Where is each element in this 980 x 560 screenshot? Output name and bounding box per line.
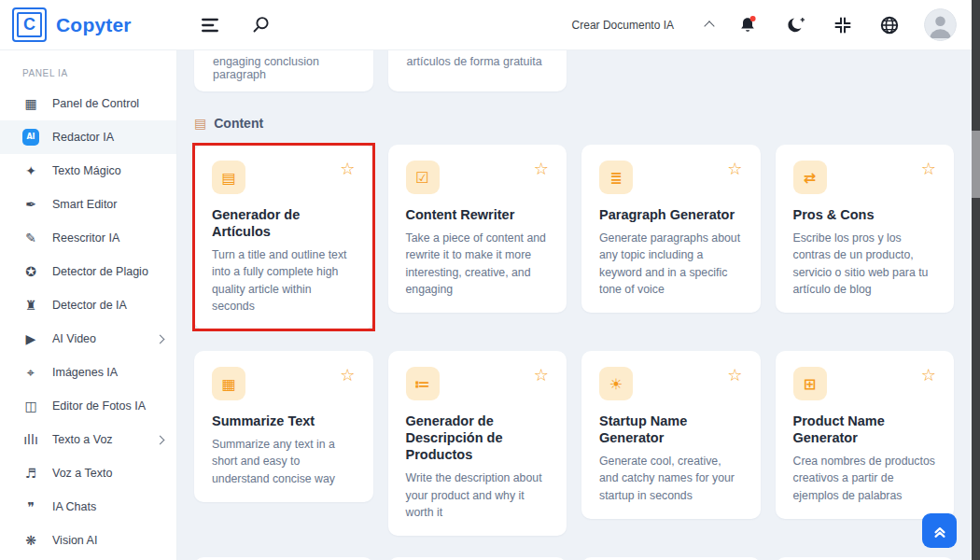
sidebar-item-label: Texto a Voz [52,433,113,446]
app-header: C Copyter Crear Documento IA [0,0,972,50]
sidebar-item-texto-m-gico[interactable]: ✦ Texto Mágico [0,154,176,188]
sidebar-item-detector-de-ia[interactable]: ♜ Detector de IA [0,288,176,322]
sidebar-item-redactor-ia[interactable]: AI Redactor IA [0,120,176,154]
create-document-dropdown[interactable]: Crear Documento IA [572,19,713,32]
ai-chip-icon: AI [22,129,39,146]
tool-card-description: Write the description about your product… [406,469,550,521]
favorite-star-icon[interactable]: ☆ [534,367,549,384]
sidebar-item-ia-chats[interactable]: ❞ IA Chats [0,490,176,524]
scroll-to-top-button[interactable] [922,513,957,548]
favorite-star-icon[interactable]: ☆ [727,161,742,177]
tool-card-product-name-generator[interactable]: ⊞ ☆ Product Name Generator Crea nombres … [776,351,955,519]
sidebar-item-label: AI Video [52,332,96,345]
favorite-star-icon[interactable]: ☆ [340,161,355,177]
tool-card-generador-de-descripci-n-de-productos[interactable]: ≔ ☆ Generador de Descripción de Producto… [388,351,567,536]
shield-check-icon: ✪ [22,263,39,280]
sidebar-item-label: Editor de Fotos IA [52,399,146,413]
document-summary-icon: ▦ [212,367,245,400]
moon-icon[interactable] [783,12,809,38]
document-icon: ▤ [212,161,245,194]
scroll-icon: ▤ [194,116,206,131]
vision-network-icon: ❋ [22,532,39,549]
create-document-label: Crear Documento IA [572,19,674,32]
sidebar-item-label: Redactor IA [52,131,114,144]
sidebar-item-ai-video[interactable]: ▶ AI Video [0,322,176,356]
sidebar-section-label: PANEL IA [0,49,176,87]
lightbulb-icon: ☀ [599,367,633,400]
main-content: engaging conclusion paragraph artículos … [177,49,972,560]
video-camera-icon: ▶ [22,330,39,347]
sidebar-item-texto-a-voz[interactable]: ıllı Texto a Voz [0,423,176,456]
sidebar-item-detector-de-plagio[interactable]: ✪ Detector de Plagio [0,255,176,288]
sidebar-item-label: IA Chats [52,500,96,513]
favorite-star-icon[interactable]: ☆ [727,367,742,384]
double-chevron-up-icon [931,523,948,539]
sidebar-item-voz-a-texto[interactable]: ♬ Voz a Texto [0,456,176,490]
logo-box: C [12,7,47,42]
sidebar-nav: ▦ Panel de Control AI Redactor IA ✦ Text… [0,87,176,557]
sidebar: PANEL IA ▦ Panel de Control AI Redactor … [0,49,177,560]
tool-card-paragraph-generator[interactable]: ≣ ☆ Paragraph Generator Generate paragra… [581,145,761,313]
bell-icon[interactable] [735,11,762,38]
vertical-scrollbar-thumb[interactable] [972,131,980,198]
sidebar-item-label: Detector de IA [52,299,127,312]
chevron-up-icon [704,21,714,31]
tool-card-title: Summarize Text [212,413,356,429]
sidebar-item-panel-de-control[interactable]: ▦ Panel de Control [0,87,176,120]
tool-card-content-rewriter[interactable]: ☑ ☆ Content Rewriter Take a piece of con… [388,145,567,313]
tool-card-title: Generador de Descripción de Productos [406,413,550,463]
brand-logo[interactable]: C Copyter [0,7,177,42]
logo-letter: C [17,12,42,37]
tool-card-partial[interactable]: engaging conclusion paragraph [194,49,373,91]
sidebar-item-label: Detector de Plagio [52,265,148,278]
sidebar-item-label: Texto Mágico [52,164,121,177]
tool-card-title: Startup Name Generator [599,413,743,446]
voice-note-icon: ♬ [22,465,39,482]
previous-cards-row: engaging conclusion paragraph artículos … [194,49,954,91]
search-icon[interactable] [248,12,273,37]
sidebar-item-editor-de-fotos-ia[interactable]: ◫ Editor de Fotos IA [0,389,176,423]
tool-card-description: Crea nombres de productos creativos a pa… [793,453,937,504]
tool-card-generador-de-art-culos[interactable]: ▤ ☆ Generador de Artículos Turn a title … [194,145,373,329]
tool-card-title: Paragraph Generator [599,206,743,223]
gift-box-icon: ⊞ [793,367,827,400]
chat-icon: ❞ [22,498,39,515]
tool-card-title: Generador de Artículos [212,206,356,240]
fullscreen-icon[interactable] [831,13,855,37]
brand-name: Copyter [56,14,132,36]
tool-card-partial[interactable]: artículos de forma gratuita [388,49,567,91]
vertical-scrollbar-track[interactable] [972,0,980,560]
sidebar-item-label: Panel de Control [52,97,139,110]
sidebar-item-label: Vision AI [52,534,97,547]
sidebar-item-label: Reescritor IA [52,231,119,245]
tool-card-description: Turn a title and outline text into a ful… [212,246,356,315]
tool-card-description: Take a piece of content and rewrite it t… [406,230,550,298]
tool-card-description: Generate paragraphs about any topic incl… [599,230,743,298]
favorite-star-icon[interactable]: ☆ [921,161,936,177]
photo-editor-icon: ◫ [22,398,39,414]
favorite-star-icon[interactable]: ☆ [921,367,936,384]
tool-card-partial-text: engaging conclusion paragraph [213,55,319,81]
paragraph-list-icon: ≣ [599,161,633,194]
sparkles-icon: ✦ [22,162,39,179]
avatar[interactable] [924,8,957,41]
globe-icon[interactable] [876,12,903,38]
sidebar-item-vision-ai[interactable]: ❋ Vision AI [0,524,176,557]
arrows-cycle-icon: ⇄ [793,161,827,194]
tool-card-startup-name-generator[interactable]: ☀ ☆ Startup Name Generator Generate cool… [581,351,761,519]
tool-card-description: Escribe los pros y los contras de un pro… [793,230,937,298]
tool-card-title: Pros & Cons [793,206,937,223]
tool-card-pros-cons[interactable]: ⇄ ☆ Pros & Cons Escribe los pros y los c… [776,145,955,313]
tool-card-description: Generate cool, creative, and catchy name… [599,453,743,504]
sidebar-item-reescritor-ia[interactable]: ✎ Reescritor IA [0,221,176,255]
favorite-star-icon[interactable]: ☆ [340,367,355,384]
sidebar-item-im-genes-ia[interactable]: ⌖ Imágenes IA [0,356,176,389]
favorite-star-icon[interactable]: ☆ [534,161,549,177]
tool-card-summarize-text[interactable]: ▦ ☆ Summarize Text Summarize any text in… [194,351,373,502]
chevron-right-icon [156,435,165,444]
checkbox-icon: ☑ [406,161,440,194]
sidebar-item-label: Voz a Texto [52,467,112,480]
waveform-icon: ıllı [22,431,39,448]
sidebar-item-smart-editor[interactable]: ✒ Smart Editor [0,188,176,221]
menu-icon[interactable] [198,14,224,36]
